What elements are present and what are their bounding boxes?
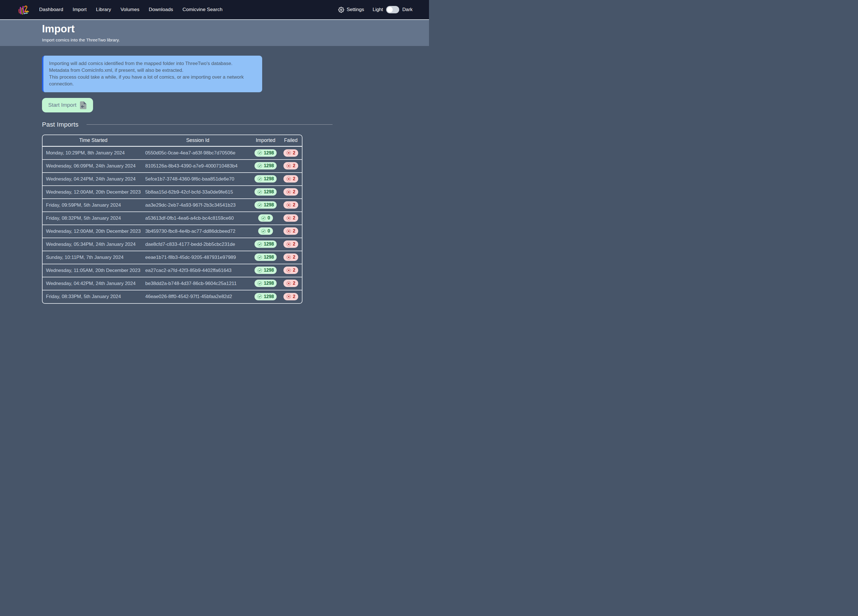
table-header-row: Time Started Session Id Imported Failed [42, 135, 302, 146]
table-row: Wednesday, 06:09PM, 24th January 2024 81… [42, 160, 302, 173]
failed-badge: 2 [283, 201, 298, 208]
session-id-cell: 3b459730-fbc8-4e4b-ac77-dd86dcbeed72 [144, 225, 251, 238]
imported-cell: 1298 [251, 264, 280, 277]
failed-badge: 2 [283, 214, 298, 222]
nav-item-downloads[interactable]: Downloads [149, 7, 173, 12]
theme-light-label: Light [373, 7, 383, 12]
session-id-cell: 5b8aa15d-62b9-42cf-bcfd-33a0de9fe615 [144, 186, 251, 199]
imported-badge: 0 [258, 214, 273, 222]
check-circle-icon [257, 190, 262, 194]
x-circle-icon [286, 203, 291, 207]
x-circle-icon [286, 255, 291, 260]
session-id-cell: 0550d05c-0cae-4ea7-a63f-98bc7d70506e [144, 146, 251, 160]
imported-cell: 1298 [251, 199, 280, 212]
imported-cell: 1298 [251, 173, 280, 186]
nav-item-import[interactable]: Import [73, 7, 87, 12]
x-circle-icon [286, 229, 291, 233]
x-circle-icon [286, 242, 291, 247]
time-started-cell: Wednesday, 04:42PM, 24th January 2024 [42, 277, 144, 290]
x-circle-icon [286, 216, 291, 221]
failed-cell: 2 [280, 160, 302, 173]
main-content: Importing will add comics identified fro… [0, 46, 429, 304]
session-id-cell: 5efce1b7-3748-4360-9f6c-baa851de6e70 [144, 173, 251, 186]
table-row: Friday, 09:59PM, 5th January 2024 aa3e29… [42, 199, 302, 212]
theme-toggle-switch[interactable] [386, 6, 399, 13]
failed-badge: 2 [283, 188, 298, 196]
x-circle-icon [286, 177, 291, 181]
page-header: Import Import comics into the ThreeTwo l… [0, 20, 429, 46]
x-circle-icon [286, 190, 291, 194]
nav-item-volumes[interactable]: Volumes [121, 7, 140, 12]
check-circle-icon [257, 163, 262, 168]
nav-item-comicvine-search[interactable]: Comicvine Search [182, 7, 222, 12]
start-import-label: Start Import [48, 102, 76, 108]
import-info-alert: Importing will add comics identified fro… [42, 56, 262, 92]
failed-cell: 2 [280, 251, 302, 264]
nav-item-library[interactable]: Library [96, 7, 111, 12]
page-subtitle: Import comics into the ThreeTwo library. [42, 37, 429, 43]
time-started-cell: Wednesday, 06:09PM, 24th January 2024 [42, 160, 144, 173]
failed-badge: 2 [283, 227, 298, 235]
threetwo-logo[interactable] [17, 2, 29, 17]
table-row: Friday, 08:33PM, 5th January 2024 46eae0… [42, 290, 302, 303]
nav-menu: DashboardImportLibraryVolumesDownloadsCo… [39, 7, 222, 12]
imported-badge: 1298 [255, 280, 277, 287]
failed-cell: 2 [280, 277, 302, 290]
table-row: Friday, 08:32PM, 5th January 2024 a53613… [42, 212, 302, 225]
x-circle-icon [286, 281, 291, 286]
failed-cell: 2 [280, 186, 302, 199]
alert-line: Importing will add comics identified fro… [49, 60, 256, 67]
settings-label: Settings [347, 7, 364, 12]
past-imports-table: Time Started Session Id Imported Failed … [42, 135, 303, 304]
session-id-cell: aa3e29dc-2eb7-4a93-967f-2b3c34541b23 [144, 199, 251, 212]
check-circle-icon [257, 177, 262, 181]
x-circle-icon [286, 163, 291, 168]
table-row: Wednesday, 12:00AM, 20th December 2023 3… [42, 225, 302, 238]
failed-badge: 2 [283, 149, 298, 157]
imported-cell: 0 [251, 212, 280, 225]
session-id-cell: dae8cfd7-c833-4177-bedd-2bb5cbc231de [144, 238, 251, 251]
session-id-cell: eeae1b71-f8b3-45dc-9205-487931e97989 [144, 251, 251, 264]
imported-badge: 1298 [255, 201, 277, 208]
time-started-cell: Friday, 08:32PM, 5th January 2024 [42, 212, 144, 225]
start-import-button[interactable]: Start Import [42, 98, 93, 112]
imported-cell: 1298 [251, 160, 280, 173]
failed-badge: 2 [283, 280, 298, 287]
navbar: DashboardImportLibraryVolumesDownloadsCo… [0, 0, 429, 20]
threetwo-logo-icon [17, 2, 29, 17]
time-started-cell: Wednesday, 12:00AM, 20th December 2023 [42, 225, 144, 238]
check-circle-icon [257, 294, 262, 299]
failed-cell: 2 [280, 199, 302, 212]
check-circle-icon [257, 242, 262, 247]
failed-cell: 2 [280, 225, 302, 238]
theme-dark-label: Dark [403, 7, 412, 12]
imported-badge: 1298 [255, 240, 277, 248]
imported-cell: 1298 [251, 251, 280, 264]
check-circle-icon [261, 216, 266, 221]
table-row: Wednesday, 11:05AM, 20th December 2023 e… [42, 264, 302, 277]
imported-badge: 1298 [255, 188, 277, 196]
imported-cell: 1298 [251, 290, 280, 303]
alert-line: This process could take a while, if you … [49, 74, 256, 87]
past-imports-section: Past Imports Time Started Session Id Imp… [42, 121, 333, 304]
nav-item-dashboard[interactable]: Dashboard [39, 7, 63, 12]
failed-cell: 2 [280, 146, 302, 160]
x-circle-icon [286, 294, 291, 299]
imported-cell: 1298 [251, 186, 280, 199]
imported-badge: 1298 [255, 266, 277, 274]
imported-cell: 1298 [251, 277, 280, 290]
page-title: Import [42, 23, 429, 35]
time-started-cell: Wednesday, 11:05AM, 20th December 2023 [42, 264, 144, 277]
time-started-cell: Sunday, 10:11PM, 7th January 2024 [42, 251, 144, 264]
session-id-cell: be38dd2a-b748-4d37-86cb-9604c25a1211 [144, 277, 251, 290]
column-header-time-started: Time Started [42, 135, 144, 146]
check-circle-icon [261, 229, 266, 233]
settings-button[interactable]: Settings [338, 7, 364, 13]
failed-cell: 2 [280, 264, 302, 277]
time-started-cell: Friday, 08:33PM, 5th January 2024 [42, 290, 144, 303]
imported-cell: 1298 [251, 238, 280, 251]
x-circle-icon [286, 151, 291, 155]
x-circle-icon [286, 268, 291, 273]
imported-cell: 1298 [251, 146, 280, 160]
check-circle-icon [257, 151, 262, 155]
